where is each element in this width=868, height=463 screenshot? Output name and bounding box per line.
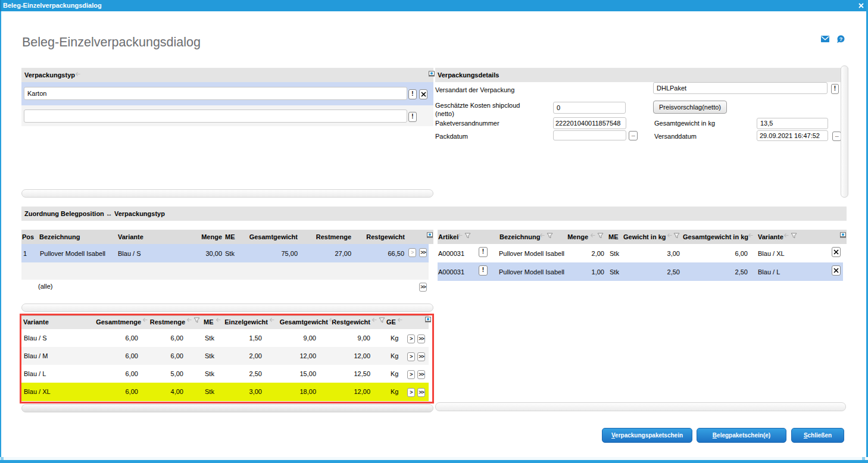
svg-text:?: ? xyxy=(839,36,843,42)
